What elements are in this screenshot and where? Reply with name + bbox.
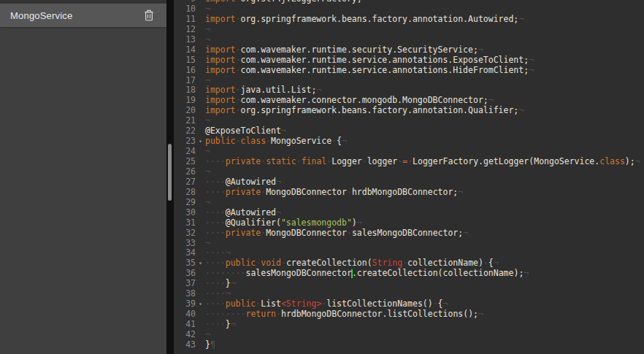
code-line[interactable]: 27····@Autowired¬ xyxy=(174,177,644,188)
fold-gutter xyxy=(196,228,205,239)
line-number[interactable]: 42 xyxy=(174,330,196,340)
code-line[interactable]: 39▾····public·List<String>·listCollectio… xyxy=(174,299,644,309)
code-line[interactable]: 24¬ xyxy=(174,147,644,157)
code-text: ····@Autowired¬ xyxy=(205,177,644,188)
code-text: ¬ xyxy=(205,116,644,126)
fold-gutter xyxy=(196,45,205,55)
code-line[interactable]: 16import·com.wavemaker.runtime.service.a… xyxy=(174,66,644,76)
line-number[interactable]: 33 xyxy=(174,239,196,249)
line-number[interactable]: 35 xyxy=(174,258,196,269)
fold-gutter xyxy=(196,76,205,86)
line-number[interactable]: 22 xyxy=(174,126,196,136)
code-line[interactable]: 40········return·hrdbMongoDBConnector.li… xyxy=(174,309,644,320)
fold-arrow-icon[interactable]: ▾ xyxy=(196,136,205,147)
code-text: ····public·List<String>·listCollectionNa… xyxy=(205,299,644,309)
code-text: ····@Autowired¬ xyxy=(205,208,644,218)
code-text: @ExposeToClient¬ xyxy=(205,126,644,136)
line-number[interactable]: 16 xyxy=(174,66,196,76)
fold-gutter xyxy=(196,239,205,249)
code-line[interactable]: 17¬ xyxy=(174,76,644,86)
code-text: import·org.springframework.beans.factory… xyxy=(205,15,644,25)
code-text: ¬ xyxy=(205,330,644,340)
fold-gutter xyxy=(196,15,205,25)
line-number[interactable]: 23 xyxy=(174,136,196,147)
line-number[interactable]: 27 xyxy=(174,177,196,188)
code-text: ¬ xyxy=(205,25,644,35)
fold-gutter xyxy=(196,218,205,228)
code-text: ¬ xyxy=(205,147,644,157)
line-number[interactable]: 32 xyxy=(174,228,196,239)
code-line[interactable]: 28····private·MongoDBConnector·hrdbMongo… xyxy=(174,188,644,198)
code-line[interactable]: 31····@Qualifier("salesmongodb")¬ xyxy=(174,218,644,228)
fold-arrow-icon[interactable]: ▾ xyxy=(196,299,205,309)
code-line[interactable]: 35▾····public·void·createCollection(Stri… xyxy=(174,258,644,269)
line-number[interactable]: 24 xyxy=(174,147,196,157)
line-number[interactable]: 11 xyxy=(174,15,196,25)
line-number[interactable]: 13 xyxy=(174,35,196,45)
fold-gutter xyxy=(196,269,205,279)
line-number[interactable]: 20 xyxy=(174,106,196,116)
editor-scrollbar-thumb[interactable] xyxy=(168,144,172,201)
code-line[interactable]: 12¬ xyxy=(174,25,644,35)
code-line[interactable]: 43}¶ xyxy=(174,340,644,350)
code-line[interactable]: 41····}¬ xyxy=(174,320,644,330)
line-number[interactable]: 15 xyxy=(174,55,196,66)
code-line[interactable]: 29¬ xyxy=(174,198,644,208)
line-number[interactable]: 41 xyxy=(174,320,196,330)
code-text: ····@Qualifier("salesmongodb")¬ xyxy=(205,218,644,228)
fold-arrow-icon[interactable]: ▾ xyxy=(196,258,205,269)
code-line[interactable]: 14import·com.wavemaker.runtime.security.… xyxy=(174,45,644,55)
line-number[interactable]: 39 xyxy=(174,299,196,309)
fold-gutter xyxy=(196,188,205,198)
line-number[interactable]: 14 xyxy=(174,45,196,55)
line-number[interactable]: 34 xyxy=(174,248,196,258)
code-line[interactable]: 11import·org.springframework.beans.facto… xyxy=(174,15,644,25)
code-line[interactable]: 22@ExposeToClient¬ xyxy=(174,126,644,136)
code-line[interactable]: 30····@Autowired¬ xyxy=(174,208,644,218)
line-number[interactable]: 28 xyxy=(174,188,196,198)
code-line[interactable]: 36········salesMongoDBConnector.createCo… xyxy=(174,269,644,279)
line-number[interactable]: 36 xyxy=(174,269,196,279)
line-number[interactable]: 40 xyxy=(174,309,196,320)
code-line[interactable]: 10¬ xyxy=(174,4,644,15)
line-number[interactable]: 29 xyxy=(174,198,196,208)
services-sidebar: MongoService xyxy=(0,0,166,354)
code-line[interactable]: 15import·com.wavemaker.runtime.service.a… xyxy=(174,55,644,66)
line-number[interactable]: 25 xyxy=(174,157,196,167)
delete-service-button[interactable] xyxy=(143,9,155,22)
line-number[interactable]: 30 xyxy=(174,208,196,218)
code-line[interactable]: 23▾public·class·MongoService·{¬ xyxy=(174,136,644,147)
line-number[interactable]: 38 xyxy=(174,289,196,299)
code-line[interactable]: 32····private·MongoDBConnector·salesMong… xyxy=(174,228,644,239)
line-number[interactable]: 12 xyxy=(174,25,196,35)
code-text: ····¬ xyxy=(205,248,644,258)
line-number[interactable]: 10 xyxy=(174,4,196,15)
code-line[interactable]: 38····¬ xyxy=(174,289,644,299)
code-line[interactable]: 26¬ xyxy=(174,167,644,177)
code-line[interactable]: 37····}¬ xyxy=(174,279,644,289)
editor-scrollbar-track[interactable] xyxy=(166,0,174,354)
code-line[interactable]: 19import·com.wavemaker.connector.mongodb… xyxy=(174,96,644,106)
code-line[interactable]: 42¬ xyxy=(174,330,644,340)
fold-gutter xyxy=(196,167,205,177)
code-line[interactable]: 13¬ xyxy=(174,35,644,45)
code-line[interactable]: 18import·java.util.List;¬ xyxy=(174,85,644,96)
code-line[interactable]: 25····private·static·final·Logger·logger… xyxy=(174,157,644,167)
sidebar-item-mongoservice[interactable]: MongoService xyxy=(0,4,166,27)
code-editor[interactable]: 9import·org.slf4j.LoggerFactory;¬10¬11im… xyxy=(174,0,644,354)
code-text: }¶ xyxy=(205,340,644,350)
line-number[interactable]: 37 xyxy=(174,279,196,289)
code-line[interactable]: 34····¬ xyxy=(174,248,644,258)
line-number[interactable]: 31 xyxy=(174,218,196,228)
line-number[interactable]: 26 xyxy=(174,167,196,177)
line-number[interactable]: 21 xyxy=(174,116,196,126)
line-number[interactable]: 18 xyxy=(174,85,196,96)
code-line[interactable]: 20import·org.springframework.beans.facto… xyxy=(174,106,644,116)
code-line[interactable]: 21¬ xyxy=(174,116,644,126)
line-number[interactable]: 19 xyxy=(174,96,196,106)
code-line[interactable]: 33¬ xyxy=(174,239,644,249)
line-number[interactable]: 17 xyxy=(174,76,196,86)
code-text: ····¬ xyxy=(205,289,644,299)
sidebar-item-label: MongoService xyxy=(10,10,143,21)
line-number[interactable]: 43 xyxy=(174,340,196,350)
